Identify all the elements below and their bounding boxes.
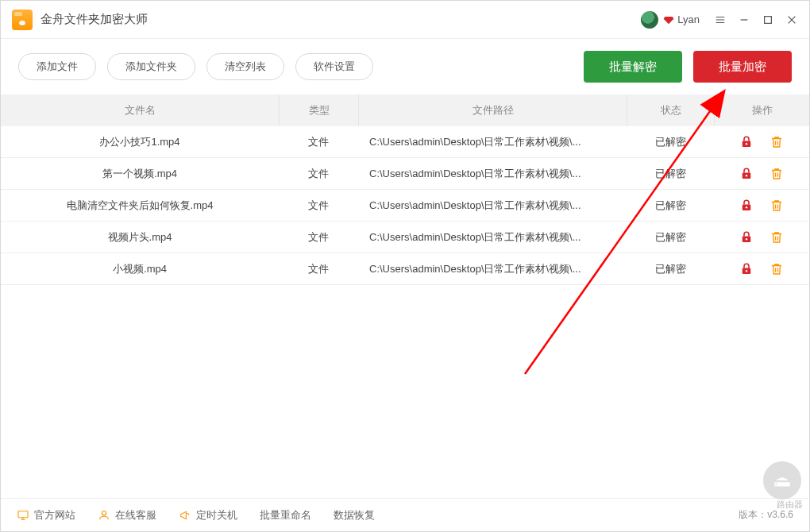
lock-icon[interactable] [739, 135, 754, 149]
monitor-icon [17, 509, 29, 522]
lock-icon[interactable] [739, 262, 754, 276]
app-title: 金舟文件夹加密大师 [40, 12, 148, 27]
titlebar: 金舟文件夹加密大师 Lyan [1, 1, 809, 39]
minimize-button[interactable] [738, 13, 750, 26]
col-header-action: 操作 [714, 94, 809, 126]
add-folder-button[interactable]: 添加文件夹 [107, 53, 195, 80]
router-watermark-icon [763, 461, 801, 499]
footer-website-label: 官方网站 [34, 508, 75, 522]
col-header-path: 文件路径 [358, 94, 627, 126]
cell-type: 文件 [279, 222, 358, 253]
col-header-type: 类型 [279, 94, 358, 126]
cell-status: 已解密 [627, 253, 714, 284]
cell-status: 已解密 [627, 158, 714, 189]
menu-button[interactable] [714, 13, 727, 26]
cell-type: 文件 [279, 126, 358, 157]
lock-icon[interactable] [739, 167, 754, 181]
cell-name: 第一个视频.mp4 [1, 158, 279, 189]
cell-name: 办公小技巧1.mp4 [1, 126, 279, 157]
maximize-button[interactable] [762, 13, 774, 26]
delete-icon[interactable] [770, 135, 784, 149]
footer-support-link[interactable]: 在线客服 [98, 508, 156, 522]
lock-icon[interactable] [739, 199, 754, 213]
app-window: 金舟文件夹加密大师 Lyan 添加文件 添加文件夹 清空列表 软件设置 [0, 0, 810, 532]
cell-name: 视频片头.mp4 [1, 222, 279, 253]
user-avatar[interactable] [641, 11, 658, 29]
cell-path: C:\Users\admin\Desktop\日常工作素材\视频\... [358, 126, 627, 157]
footer-shutdown-link[interactable]: 定时关机 [179, 508, 237, 522]
footer-recover-link[interactable]: 数据恢复 [334, 508, 375, 522]
username-label[interactable]: Lyan [677, 13, 700, 25]
cell-path: C:\Users\admin\Desktop\日常工作素材\视频\... [358, 222, 627, 253]
app-logo-icon [12, 10, 33, 30]
table-row[interactable]: 视频片头.mp4文件C:\Users\admin\Desktop\日常工作素材\… [1, 222, 809, 253]
cell-status: 已解密 [627, 126, 714, 157]
footer-recover-label: 数据恢复 [334, 508, 375, 522]
lock-icon[interactable] [739, 230, 754, 245]
router-watermark-label: 路由器 [777, 499, 803, 511]
table-row[interactable]: 电脑清空文件夹后如何恢复.mp4文件C:\Users\admin\Desktop… [1, 190, 809, 222]
svg-point-6 [746, 206, 747, 208]
delete-icon[interactable] [770, 230, 784, 245]
svg-point-12 [102, 511, 106, 515]
cell-status: 已解密 [627, 190, 714, 221]
cell-name: 电脑清空文件夹后如何恢复.mp4 [1, 190, 279, 221]
delete-icon[interactable] [770, 199, 784, 213]
vip-diamond-icon [663, 14, 674, 25]
cell-path: C:\Users\admin\Desktop\日常工作素材\视频\... [358, 158, 627, 189]
cell-status: 已解密 [627, 222, 714, 253]
batch-encrypt-button[interactable]: 批量加密 [693, 51, 792, 83]
footer-website-link[interactable]: 官方网站 [17, 508, 75, 522]
table-row[interactable]: 小视频.mp4文件C:\Users\admin\Desktop\日常工作素材\视… [1, 253, 809, 285]
table-header: 文件名 类型 文件路径 状态 操作 [1, 94, 809, 126]
table-row[interactable]: 第一个视频.mp4文件C:\Users\admin\Desktop\日常工作素材… [1, 158, 809, 190]
cell-type: 文件 [279, 253, 358, 284]
footer: 官方网站 在线客服 定时关机 批量重命名 数据恢复 版本：v3.6.6 [1, 498, 809, 531]
add-file-button[interactable]: 添加文件 [18, 53, 96, 80]
table-row[interactable]: 办公小技巧1.mp4文件C:\Users\admin\Desktop\日常工作素… [1, 126, 809, 158]
footer-shutdown-label: 定时关机 [196, 508, 237, 522]
svg-rect-0 [765, 16, 772, 23]
toolbar: 添加文件 添加文件夹 清空列表 软件设置 批量解密 批量加密 [1, 39, 809, 94]
cell-path: C:\Users\admin\Desktop\日常工作素材\视频\... [358, 190, 627, 221]
svg-point-10 [746, 270, 747, 272]
file-table: 文件名 类型 文件路径 状态 操作 办公小技巧1.mp4文件C:\Users\a… [1, 94, 809, 285]
col-header-name: 文件名 [1, 94, 279, 126]
support-icon [98, 509, 110, 522]
table-body: 办公小技巧1.mp4文件C:\Users\admin\Desktop\日常工作素… [1, 126, 809, 285]
cell-type: 文件 [279, 158, 358, 189]
svg-point-4 [746, 175, 747, 176]
megaphone-icon [179, 509, 191, 522]
close-button[interactable] [785, 13, 798, 26]
svg-point-2 [746, 143, 747, 145]
svg-point-8 [746, 238, 747, 240]
cell-type: 文件 [279, 190, 358, 221]
delete-icon[interactable] [770, 262, 784, 276]
footer-rename-link[interactable]: 批量重命名 [260, 508, 311, 522]
cell-name: 小视频.mp4 [1, 253, 279, 284]
settings-button[interactable]: 软件设置 [295, 53, 373, 80]
cell-path: C:\Users\admin\Desktop\日常工作素材\视频\... [358, 253, 627, 284]
delete-icon[interactable] [770, 167, 784, 181]
footer-support-label: 在线客服 [115, 508, 156, 522]
svg-rect-11 [18, 511, 28, 517]
clear-list-button[interactable]: 清空列表 [206, 53, 284, 80]
col-header-status: 状态 [627, 94, 714, 126]
batch-decrypt-button[interactable]: 批量解密 [584, 51, 682, 83]
footer-rename-label: 批量重命名 [260, 508, 311, 522]
